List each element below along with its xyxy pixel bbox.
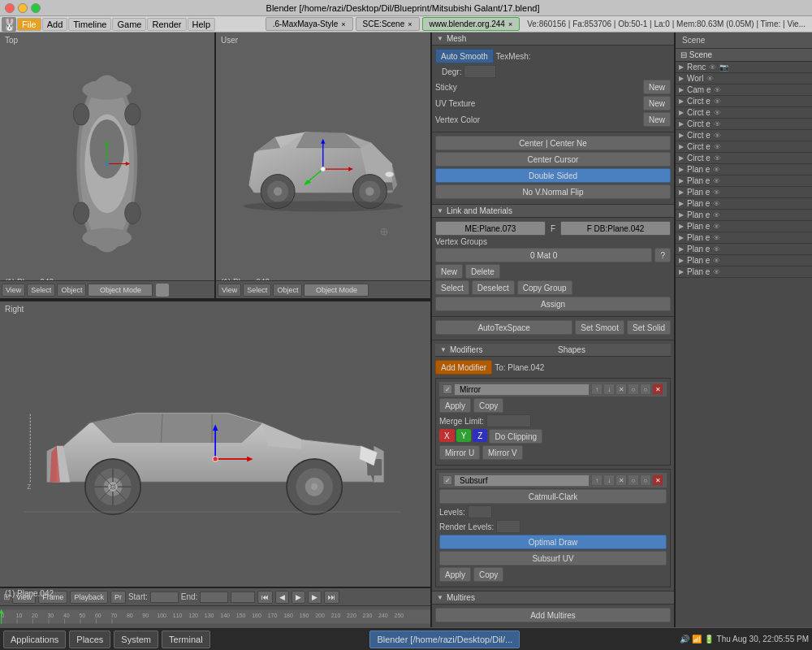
db-plane-btn[interactable]: F DB:Plane.042 (560, 221, 671, 236)
auto-smooth-btn[interactable]: Auto Smooth (435, 49, 494, 63)
timeline-skip-end[interactable]: ⏭ (324, 591, 339, 604)
me-plane-btn[interactable]: ME:Plane.073 (435, 221, 546, 236)
mirror-icon4[interactable]: ○ (628, 384, 639, 395)
timeline-end-input[interactable]: 250 (200, 592, 228, 603)
center-cursor-btn[interactable]: Center Cursor (435, 152, 671, 167)
merge-limit-input[interactable]: 0.0010 (486, 414, 531, 427)
mirror-icon2[interactable]: ↓ (603, 384, 615, 395)
minimize-button[interactable] (18, 3, 28, 13)
mirror-icon1[interactable]: ↑ (591, 384, 603, 395)
subsurf-delete-icon[interactable]: ✕ (652, 474, 663, 486)
mirror-copy-btn[interactable]: Copy (473, 398, 503, 413)
subsurf-icon3[interactable]: ✕ (615, 474, 627, 486)
vertex-color-new-btn[interactable]: New (643, 112, 671, 127)
catmull-clark-btn[interactable]: Catmull-Clark (439, 489, 667, 504)
outliner-plan8[interactable]: ▶ Plan e 👁 (676, 244, 812, 255)
no-vnormal-btn[interactable]: No V.Normal Flip (435, 184, 671, 199)
timeline-play[interactable]: ▶ (292, 591, 305, 604)
subsurf-apply-btn[interactable]: Apply (439, 567, 471, 582)
viewport-user[interactable]: User (216, 32, 430, 298)
menu-add[interactable]: Add (42, 18, 68, 31)
subsurf-icon4[interactable]: ○ (628, 474, 639, 486)
outliner-plan1[interactable]: ▶ Plan e 👁 (676, 164, 812, 176)
taskbar-applications-btn[interactable]: Applications (3, 630, 66, 648)
vp-user-view-btn[interactable]: View (218, 284, 241, 297)
subsurf-icon1[interactable]: ↑ (591, 474, 603, 486)
mirror-delete-icon[interactable]: ✕ (652, 384, 663, 395)
mirror-enable-checkbox[interactable]: ✓ (443, 384, 452, 394)
outliner-world[interactable]: ▶ Worl 👁 (676, 73, 812, 84)
timeline-playback-btn[interactable]: Playback (70, 591, 108, 604)
menu-timeline[interactable]: Timeline (68, 18, 111, 31)
vp-top-select-btn[interactable]: Select (27, 284, 55, 297)
outliner-circ4[interactable]: ▶ Circt e 👁 (676, 130, 812, 141)
subsurf-icon2[interactable]: ↓ (603, 474, 615, 486)
taskbar-blender-btn[interactable]: Blender [/home/razi/Desktop/Dil/... (369, 630, 520, 648)
timeline-skip-start[interactable]: ⏮ (257, 591, 273, 604)
assign-btn[interactable]: Assign (435, 297, 671, 311)
timeline-frame-input[interactable]: 1 (231, 592, 255, 603)
menu-file[interactable]: File (17, 18, 41, 31)
double-sided-btn[interactable]: Double Sided (435, 168, 671, 183)
vp-top-view-btn[interactable]: View (2, 284, 25, 297)
outliner-plan4[interactable]: ▶ Plan e 👁 (676, 198, 812, 210)
render-levels-input[interactable]: 4 (496, 520, 520, 533)
outliner-circ5[interactable]: ▶ Circt e 👁 (676, 141, 812, 153)
vp-top-mode-btn[interactable]: Object Mode (88, 284, 153, 297)
outliner-cam[interactable]: ▶ Cam e 👁 (676, 84, 812, 96)
vp-top-object-btn[interactable]: Object (57, 284, 86, 297)
sticky-make-btn[interactable]: New (643, 80, 671, 94)
menu-game[interactable]: Game (112, 18, 146, 31)
timeline-next-frame[interactable]: ▶ (308, 591, 322, 604)
timeline-prev-frame[interactable]: ◀ (275, 591, 289, 604)
question-btn[interactable]: ? (654, 248, 671, 262)
set-solid-btn[interactable]: Set Solid (627, 320, 671, 335)
outliner-circ2[interactable]: ▶ Circt e 👁 (676, 107, 812, 119)
taskbar-terminal-btn[interactable]: Terminal (162, 630, 210, 648)
add-multires-btn[interactable]: Add Multires (435, 608, 671, 622)
mirror-x-btn[interactable]: X (439, 429, 455, 442)
set-smoot-btn[interactable]: Set Smoot (575, 320, 624, 335)
select-btn[interactable]: Select (435, 280, 469, 295)
mirror-z-btn[interactable]: Z (473, 429, 487, 442)
mirror-apply-btn[interactable]: Apply (439, 398, 471, 413)
degr-input[interactable]: 30 (464, 65, 496, 78)
maximize-button[interactable] (31, 3, 41, 13)
new-group-btn[interactable]: New (435, 264, 463, 279)
vp-user-mode-btn[interactable]: Object Mode (304, 284, 369, 297)
uv-new-btn[interactable]: New (643, 96, 671, 110)
mirror-y-btn[interactable]: Y (456, 429, 472, 442)
mirror-u-btn[interactable]: Mirror U (439, 445, 480, 460)
autotex-btn[interactable]: AutoTexSpace (435, 320, 572, 335)
subsurf-copy-btn[interactable]: Copy (473, 567, 503, 582)
delete-group-btn[interactable]: Delete (465, 264, 500, 279)
timeline-ruler[interactable]: 0 10 20 30 40 50 60 70 80 90 100 (0, 606, 430, 627)
viewport-right[interactable]: Right (0, 300, 430, 627)
mat-label-btn[interactable]: 0 Mat 0 (435, 248, 652, 262)
mirror-icon3[interactable]: ✕ (615, 384, 627, 395)
outliner-plan9[interactable]: ▶ Plan e 👁 (676, 255, 812, 266)
deselect-btn[interactable]: Deselect (472, 280, 515, 295)
outliner-plan5[interactable]: ▶ Plan e 👁 (676, 210, 812, 221)
mirror-clipping-btn[interactable]: Do Clipping (489, 429, 542, 444)
menu-render[interactable]: Render (147, 18, 186, 31)
subsurf-uv-btn[interactable]: Subsurf UV (439, 551, 667, 566)
menu-help[interactable]: Help (188, 18, 216, 31)
scene-tab[interactable]: SCE:Scene × (356, 17, 420, 31)
outliner-plan3[interactable]: ▶ Plan e 👁 (676, 187, 812, 198)
timeline-pr-btn[interactable]: Pr (110, 591, 126, 604)
outliner-plan6[interactable]: ▶ Plan e 👁 (676, 221, 812, 232)
outliner-plan7[interactable]: ▶ Plan e 👁 (676, 232, 812, 244)
taskbar-system-btn[interactable]: System (114, 630, 158, 648)
mirror-icon5[interactable]: ○ (640, 384, 651, 395)
outliner-circ6[interactable]: ▶ Circt e 👁 (676, 153, 812, 164)
mirror-v-btn[interactable]: Mirror V (482, 445, 523, 460)
levels-input[interactable]: 3 (468, 505, 492, 518)
subsurf-enable-checkbox[interactable]: ✓ (443, 475, 452, 485)
center-center-ne-btn[interactable]: Center | Center Ne (435, 136, 671, 150)
style-tab[interactable]: .6-MaxMaya-Style × (266, 17, 353, 31)
vp-user-select-btn[interactable]: Select (243, 284, 271, 297)
vp-user-object-btn[interactable]: Object (273, 284, 302, 297)
optimal-draw-btn[interactable]: Optimal Draw (439, 535, 667, 549)
outliner-circ1[interactable]: ▶ Circt e 👁 (676, 96, 812, 107)
